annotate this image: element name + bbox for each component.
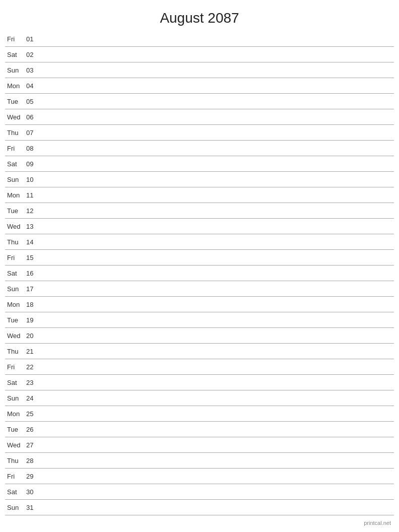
day-number: 26: [26, 426, 41, 433]
day-row: Fri01: [5, 31, 394, 47]
day-name: Sun: [5, 504, 26, 511]
day-number: 22: [26, 363, 41, 371]
day-number: 25: [26, 410, 41, 418]
day-number: 21: [26, 348, 41, 355]
calendar-grid: Fri01Sat02Sun03Mon04Tue05Wed06Thu07Fri08…: [0, 31, 399, 515]
day-line: [41, 429, 394, 430]
day-line: [41, 507, 394, 508]
day-number: 29: [26, 473, 41, 480]
day-line: [41, 148, 394, 149]
day-number: 16: [26, 270, 41, 277]
day-name: Sun: [5, 394, 26, 402]
day-line: [41, 445, 394, 445]
day-number: 14: [26, 238, 41, 246]
day-row: Fri08: [5, 141, 394, 156]
day-name: Sat: [5, 51, 26, 58]
day-row: Sat02: [5, 47, 394, 62]
day-name: Tue: [5, 316, 26, 324]
day-line: [41, 398, 394, 398]
day-row: Sun03: [5, 62, 394, 78]
day-name: Wed: [5, 332, 26, 340]
day-line: [41, 179, 394, 180]
day-row: Mon11: [5, 187, 394, 203]
day-row: Tue26: [5, 422, 394, 437]
day-row: Mon04: [5, 78, 394, 94]
day-row: Sat30: [5, 484, 394, 500]
day-row: Sun10: [5, 172, 394, 187]
day-number: 04: [26, 82, 41, 90]
day-number: 23: [26, 379, 41, 386]
day-line: [41, 351, 394, 352]
day-name: Mon: [5, 191, 26, 199]
day-line: [41, 70, 394, 71]
day-row: Fri29: [5, 469, 394, 484]
day-name: Thu: [5, 457, 26, 464]
day-name: Sat: [5, 488, 26, 496]
watermark: printcal.net: [364, 520, 391, 526]
day-line: [41, 492, 394, 492]
day-name: Fri: [5, 35, 26, 43]
day-number: 10: [26, 176, 41, 183]
day-row: Thu21: [5, 344, 394, 359]
day-row: Tue12: [5, 203, 394, 219]
day-line: [41, 54, 394, 55]
day-row: Mon18: [5, 297, 394, 312]
day-line: [41, 86, 394, 86]
day-line: [41, 226, 394, 227]
day-number: 12: [26, 207, 41, 215]
day-number: 05: [26, 98, 41, 105]
day-number: 30: [26, 488, 41, 496]
day-name: Fri: [5, 473, 26, 480]
day-number: 31: [26, 504, 41, 511]
day-name: Fri: [5, 254, 26, 261]
day-line: [41, 164, 394, 164]
day-number: 07: [26, 129, 41, 137]
day-line: [41, 273, 394, 274]
day-line: [41, 195, 394, 195]
day-name: Fri: [5, 363, 26, 371]
day-name: Tue: [5, 98, 26, 105]
day-row: Fri15: [5, 250, 394, 265]
day-row: Tue05: [5, 94, 394, 109]
day-row: Fri22: [5, 359, 394, 375]
day-name: Mon: [5, 301, 26, 308]
day-name: Sun: [5, 66, 26, 74]
day-row: Thu07: [5, 125, 394, 141]
day-line: [41, 289, 394, 289]
day-row: Thu14: [5, 234, 394, 250]
day-number: 02: [26, 51, 41, 58]
day-number: 09: [26, 160, 41, 168]
day-name: Sun: [5, 176, 26, 183]
day-name: Sat: [5, 270, 26, 277]
day-name: Tue: [5, 426, 26, 433]
day-number: 15: [26, 254, 41, 261]
day-name: Thu: [5, 129, 26, 137]
day-name: Sun: [5, 285, 26, 293]
day-number: 27: [26, 441, 41, 449]
day-row: Wed27: [5, 437, 394, 453]
page-title: August 2087: [0, 0, 399, 31]
day-name: Fri: [5, 145, 26, 152]
day-number: 08: [26, 145, 41, 152]
day-number: 17: [26, 285, 41, 293]
day-number: 03: [26, 66, 41, 74]
day-number: 24: [26, 394, 41, 402]
day-name: Thu: [5, 348, 26, 355]
day-row: Sat23: [5, 375, 394, 390]
day-line: [41, 117, 394, 117]
day-name: Wed: [5, 223, 26, 230]
day-number: 19: [26, 316, 41, 324]
day-row: Tue19: [5, 312, 394, 328]
day-line: [41, 320, 394, 320]
day-number: 06: [26, 113, 41, 121]
day-row: Wed06: [5, 109, 394, 125]
day-number: 13: [26, 223, 41, 230]
day-row: Sun31: [5, 500, 394, 515]
day-row: Mon25: [5, 406, 394, 422]
day-number: 01: [26, 35, 41, 43]
day-line: [41, 39, 394, 39]
day-line: [41, 336, 394, 336]
day-line: [41, 242, 394, 242]
day-name: Mon: [5, 410, 26, 418]
day-row: Sun17: [5, 281, 394, 297]
